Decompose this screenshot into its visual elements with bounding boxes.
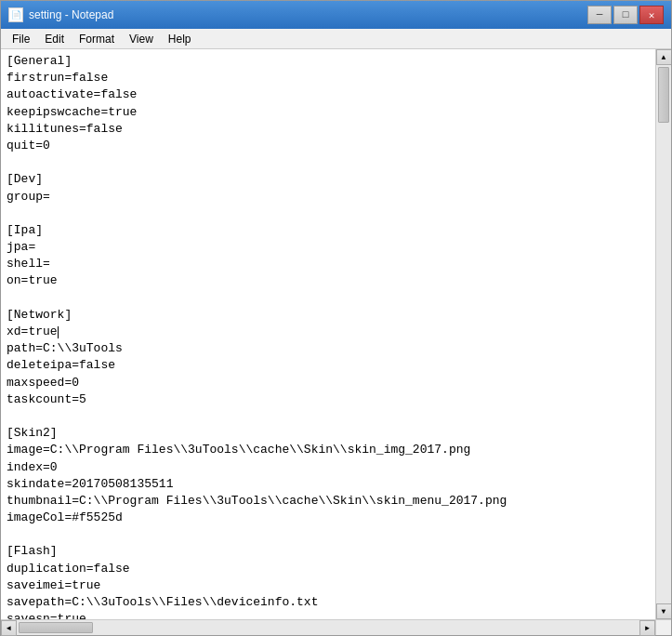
vertical-scrollbar: ▲ ▼: [655, 49, 671, 619]
app-icon: 📄: [8, 7, 23, 22]
scroll-thumb-vertical[interactable]: [658, 67, 669, 123]
menu-format[interactable]: Format: [72, 29, 122, 48]
minimize-button[interactable]: ─: [587, 6, 612, 24]
text-editor[interactable]: [General] firstrun=false autoactivate=fa…: [1, 49, 655, 619]
scroll-down-button[interactable]: ▼: [656, 603, 672, 619]
title-bar-left: 📄 setting - Notepad: [8, 7, 113, 22]
scroll-up-button[interactable]: ▲: [656, 49, 672, 65]
maximize-button[interactable]: □: [613, 6, 638, 24]
menu-help[interactable]: Help: [161, 29, 199, 48]
scroll-track-horizontal[interactable]: [17, 620, 639, 635]
menu-file[interactable]: File: [5, 29, 37, 48]
menu-bar: File Edit Format View Help: [1, 29, 671, 49]
notepad-window: 📄 setting - Notepad ─ □ ✕ File Edit Form…: [0, 0, 672, 636]
editor-area: [General] firstrun=false autoactivate=fa…: [1, 49, 671, 619]
scroll-thumb-horizontal[interactable]: [19, 622, 93, 633]
scrollbar-corner: [655, 619, 671, 635]
scroll-track-vertical[interactable]: [656, 65, 671, 603]
window-controls: ─ □ ✕: [587, 6, 664, 24]
menu-view[interactable]: View: [122, 29, 161, 48]
scroll-left-button[interactable]: ◄: [1, 620, 17, 636]
window-title: setting - Notepad: [29, 8, 113, 21]
scroll-right-button[interactable]: ►: [639, 620, 655, 636]
close-button[interactable]: ✕: [639, 6, 664, 24]
bottom-bar: ◄ ►: [1, 619, 671, 635]
horizontal-scrollbar: ◄ ►: [1, 619, 655, 635]
menu-edit[interactable]: Edit: [37, 29, 72, 48]
title-bar: 📄 setting - Notepad ─ □ ✕: [1, 1, 671, 29]
